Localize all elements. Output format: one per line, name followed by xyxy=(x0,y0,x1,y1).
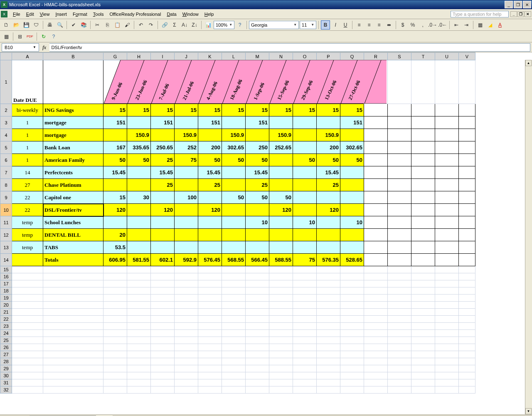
empty-cell[interactable] xyxy=(222,330,246,337)
cell-N8[interactable] xyxy=(269,179,293,191)
empty-cell[interactable] xyxy=(411,351,435,358)
name-box[interactable]: B10▼ xyxy=(2,43,39,52)
cell-J6[interactable]: 75 xyxy=(175,154,198,166)
cell-L6[interactable]: 50 xyxy=(222,154,246,166)
empty-cell[interactable] xyxy=(317,358,340,365)
empty-cell[interactable] xyxy=(127,309,151,316)
cell-A11[interactable]: temp xyxy=(12,216,43,229)
row-header-24[interactable]: 24 xyxy=(0,330,12,337)
cell-P10[interactable]: 120 xyxy=(317,204,340,216)
empty-cell[interactable] xyxy=(293,344,317,351)
cell-Q5[interactable]: 302.65 xyxy=(340,141,364,154)
empty-cell[interactable] xyxy=(269,344,293,351)
empty-cell[interactable] xyxy=(222,287,246,295)
row-header-10[interactable]: 10 xyxy=(0,204,12,216)
cell-L2[interactable]: 15 xyxy=(222,104,246,116)
empty-cell[interactable] xyxy=(340,309,364,316)
cell-B3[interactable]: mortgage xyxy=(43,116,103,129)
empty-cell[interactable] xyxy=(12,287,43,295)
empty-cell[interactable] xyxy=(198,379,222,386)
empty-cell[interactable] xyxy=(317,316,340,323)
empty-cell[interactable] xyxy=(222,302,246,309)
font-combo[interactable]: Georgia▼ xyxy=(249,21,299,29)
cell-H12[interactable] xyxy=(127,229,151,241)
cell-J7[interactable] xyxy=(175,166,198,179)
cell-I12[interactable] xyxy=(151,229,175,241)
cell-G9[interactable]: 15 xyxy=(103,191,127,204)
empty-cell[interactable] xyxy=(388,266,411,273)
empty-cell[interactable] xyxy=(459,372,475,379)
increase-indent-button[interactable]: ⇥ xyxy=(462,20,471,30)
cell-O13[interactable] xyxy=(293,241,317,254)
empty-cell[interactable] xyxy=(151,365,175,372)
cell-O12[interactable] xyxy=(293,229,317,241)
empty-cell[interactable] xyxy=(43,295,103,302)
percent-button[interactable]: % xyxy=(408,20,417,30)
empty-cell[interactable] xyxy=(43,386,103,394)
empty-cell[interactable] xyxy=(388,316,411,323)
empty-cell[interactable] xyxy=(388,302,411,309)
empty-cell[interactable] xyxy=(411,302,435,309)
empty-cell[interactable] xyxy=(12,330,43,337)
cell-G10[interactable]: 120 xyxy=(103,204,127,216)
cell-A9[interactable]: 22 xyxy=(12,191,43,204)
empty-cell[interactable] xyxy=(435,287,459,295)
empty-cell[interactable] xyxy=(12,365,43,372)
empty-cell[interactable] xyxy=(175,323,198,330)
empty-cell[interactable] xyxy=(151,344,175,351)
redo-button[interactable]: ↷ xyxy=(146,20,155,30)
menu-data[interactable]: Data xyxy=(164,11,179,17)
cell-P7[interactable]: 15.45 xyxy=(317,166,340,179)
cell-B13[interactable]: TABS xyxy=(43,241,103,254)
empty-cell[interactable] xyxy=(151,337,175,344)
empty-cell[interactable] xyxy=(175,266,198,273)
empty-cell[interactable] xyxy=(127,344,151,351)
empty-cell[interactable] xyxy=(317,386,340,394)
empty-cell[interactable] xyxy=(269,266,293,273)
empty-cell[interactable] xyxy=(222,386,246,394)
col-header-B[interactable]: B xyxy=(43,53,103,60)
cell-P14[interactable]: 576.35 xyxy=(317,254,340,266)
empty-cell[interactable] xyxy=(293,266,317,273)
align-left-button[interactable]: ≡ xyxy=(355,20,364,30)
cell-A12[interactable]: temp xyxy=(12,229,43,241)
empty-cell[interactable] xyxy=(127,358,151,365)
cell-K4[interactable] xyxy=(198,129,222,141)
empty-cell[interactable] xyxy=(317,330,340,337)
empty-cell[interactable] xyxy=(43,344,103,351)
empty-cell[interactable] xyxy=(175,379,198,386)
row-header-3[interactable]: 3 xyxy=(0,116,12,129)
cell-O10[interactable] xyxy=(293,204,317,216)
empty-cell[interactable] xyxy=(317,344,340,351)
row-header-4[interactable]: 4 xyxy=(0,129,12,141)
empty-cell[interactable] xyxy=(269,386,293,394)
empty-cell[interactable] xyxy=(435,280,459,287)
empty-cell[interactable] xyxy=(340,295,364,302)
cell-I4[interactable] xyxy=(151,129,175,141)
cell-P4[interactable]: 150.9 xyxy=(317,129,340,141)
empty-cell[interactable] xyxy=(127,323,151,330)
cell-H10[interactable] xyxy=(127,204,151,216)
cell-L11[interactable] xyxy=(222,216,246,229)
cell-Q8[interactable] xyxy=(340,179,364,191)
row-header-32[interactable]: 32 xyxy=(0,386,12,394)
cell-Q12[interactable] xyxy=(340,229,364,241)
worksheet-grid[interactable]: ABGHIJKLMNOPQRSTUV1Date DUE9-Jun-0623-Ju… xyxy=(0,52,532,414)
empty-cell[interactable] xyxy=(293,386,317,394)
empty-cell[interactable] xyxy=(246,351,269,358)
cell-J3[interactable] xyxy=(175,116,198,129)
empty-cell[interactable] xyxy=(246,337,269,344)
cell-O4[interactable] xyxy=(293,129,317,141)
empty-cell[interactable] xyxy=(435,344,459,351)
empty-cell[interactable] xyxy=(198,287,222,295)
cell-A6[interactable]: 1 xyxy=(12,154,43,166)
empty-cell[interactable] xyxy=(103,295,127,302)
empty-cell[interactable] xyxy=(127,351,151,358)
empty-cell[interactable] xyxy=(459,358,475,365)
cell-N11[interactable] xyxy=(269,216,293,229)
empty-cell[interactable] xyxy=(364,302,388,309)
empty-cell[interactable] xyxy=(340,316,364,323)
empty-cell[interactable] xyxy=(103,273,127,280)
empty-cell[interactable] xyxy=(435,323,459,330)
help-button[interactable]: ? xyxy=(235,20,244,30)
